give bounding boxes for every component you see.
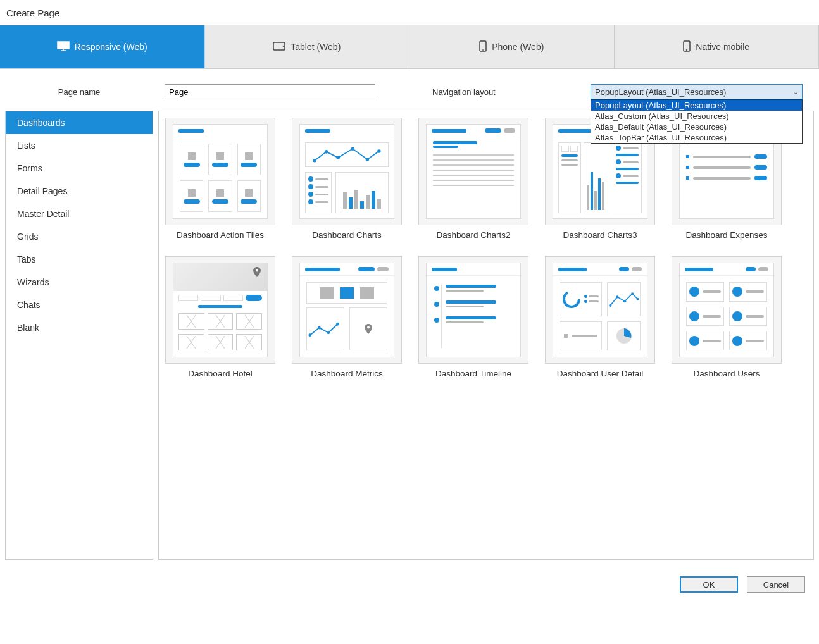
nav-layout-label: Navigation layout <box>432 87 496 97</box>
page-name-label: Page name <box>6 87 152 97</box>
svg-point-20 <box>367 326 370 329</box>
mobile-icon <box>683 40 691 54</box>
tab-native-mobile[interactable]: Native mobile <box>615 25 820 68</box>
template-thumbnail <box>292 256 402 364</box>
tab-responsive-web[interactable]: Responsive (Web) <box>0 25 205 68</box>
template-label: Dashboard Charts <box>312 230 382 240</box>
template-thumbnail <box>545 256 655 364</box>
template-label: Dashboard User Detail <box>557 369 644 378</box>
svg-point-9 <box>313 159 316 163</box>
svg-point-15 <box>256 269 258 272</box>
platform-tabs: Responsive (Web) Tablet (Web) Phone (Web… <box>0 25 819 69</box>
page-name-input[interactable] <box>165 84 375 99</box>
template-dashboard-users[interactable]: Dashboard Users <box>672 256 782 378</box>
svg-point-25 <box>631 292 634 295</box>
template-label: Dashboard Hotel <box>188 369 252 378</box>
template-label: Dashboard Action Tiles <box>177 230 264 240</box>
template-label: Dashboard Timeline <box>435 369 511 378</box>
monitor-icon <box>57 41 70 53</box>
cancel-button[interactable]: Cancel <box>747 576 805 593</box>
svg-point-21 <box>564 292 579 307</box>
svg-point-19 <box>336 323 339 326</box>
tab-label: Responsive (Web) <box>75 42 147 52</box>
template-dashboard-user-detail[interactable]: Dashboard User Detail <box>545 256 655 378</box>
tab-tablet-web[interactable]: Tablet (Web) <box>205 25 410 68</box>
sidebar-item-chats[interactable]: Chats <box>6 294 153 316</box>
sidebar-item-grids[interactable]: Grids <box>6 225 153 248</box>
tab-label: Phone (Web) <box>492 42 544 52</box>
svg-point-12 <box>351 147 354 151</box>
svg-point-24 <box>623 300 626 302</box>
svg-point-11 <box>336 156 340 159</box>
template-thumbnail <box>292 118 402 225</box>
sidebar-item-blank[interactable]: Blank <box>6 316 153 339</box>
svg-point-13 <box>366 158 370 161</box>
tab-phone-web[interactable]: Phone (Web) <box>410 25 615 68</box>
template-label: Dashboard Charts2 <box>436 230 510 240</box>
tab-label: Tablet (Web) <box>291 42 341 52</box>
svg-point-22 <box>609 304 611 307</box>
nav-layout-option[interactable]: PopupLayout (Atlas_UI_Resources) <box>591 100 802 111</box>
template-dashboard-timeline[interactable]: Dashboard Timeline <box>418 256 528 378</box>
svg-point-8 <box>687 49 688 51</box>
template-label: Dashboard Charts3 <box>563 230 637 240</box>
template-dashboard-metrics[interactable]: Dashboard Metrics <box>292 256 402 378</box>
sidebar-item-forms[interactable]: Forms <box>6 157 153 180</box>
nav-layout-option[interactable]: Atlas_Default (Atlas_UI_Resources) <box>591 121 802 132</box>
svg-point-17 <box>318 326 321 330</box>
svg-point-18 <box>327 331 330 334</box>
svg-point-16 <box>308 333 311 337</box>
template-thumbnail <box>165 118 275 225</box>
svg-point-10 <box>325 150 328 154</box>
sidebar-item-wizards[interactable]: Wizards <box>6 271 153 294</box>
form-row: Page name Navigation layout PopupLayout … <box>0 69 819 111</box>
svg-rect-0 <box>58 42 69 49</box>
chevron-down-icon: ⌄ <box>793 89 798 96</box>
svg-point-23 <box>616 295 618 298</box>
sidebar-item-detail-pages[interactable]: Detail Pages <box>6 180 153 202</box>
nav-layout-combobox[interactable]: PopupLayout (Atlas_UI_Resources) ⌄ <box>591 84 803 99</box>
nav-layout-selected: PopupLayout (Atlas_UI_Resources) <box>595 87 726 97</box>
template-thumbnail <box>672 256 782 364</box>
template-dashboard-charts[interactable]: Dashboard Charts <box>292 118 402 240</box>
dialog-footer: OK Cancel <box>0 560 819 593</box>
template-label: Dashboard Users <box>693 369 760 378</box>
dialog-title: Create Page <box>0 0 819 25</box>
template-dashboard-charts2[interactable]: Dashboard Charts2 <box>418 118 528 240</box>
tablet-icon <box>273 42 285 53</box>
template-gallery: Dashboard Action Tiles <box>158 111 814 560</box>
sidebar-item-tabs[interactable]: Tabs <box>6 248 153 271</box>
template-label: Dashboard Expenses <box>685 230 767 240</box>
svg-point-26 <box>636 298 639 300</box>
sidebar-item-dashboards[interactable]: Dashboards <box>6 111 153 134</box>
category-sidebar: Dashboards Lists Forms Detail Pages Mast… <box>5 111 153 560</box>
template-thumbnail <box>165 256 275 364</box>
ok-button[interactable]: OK <box>680 576 738 593</box>
svg-point-4 <box>283 46 284 47</box>
sidebar-item-lists[interactable]: Lists <box>6 134 153 157</box>
svg-point-14 <box>377 149 381 153</box>
template-dashboard-action-tiles[interactable]: Dashboard Action Tiles <box>165 118 275 240</box>
phone-icon <box>479 40 487 54</box>
template-thumbnail <box>418 118 528 225</box>
template-dashboard-hotel[interactable]: Dashboard Hotel <box>165 256 275 378</box>
template-thumbnail <box>418 256 528 364</box>
template-label: Dashboard Metrics <box>311 369 382 378</box>
tab-label: Native mobile <box>696 42 749 52</box>
nav-layout-option[interactable]: Atlas_TopBar (Atlas_UI_Resources) <box>591 132 802 143</box>
nav-layout-option[interactable]: Atlas_Custom (Atlas_UI_Resources) <box>591 111 802 121</box>
sidebar-item-master-detail[interactable]: Master Detail <box>6 202 153 225</box>
nav-layout-dropdown: PopupLayout (Atlas_UI_Resources) Atlas_C… <box>591 99 803 144</box>
